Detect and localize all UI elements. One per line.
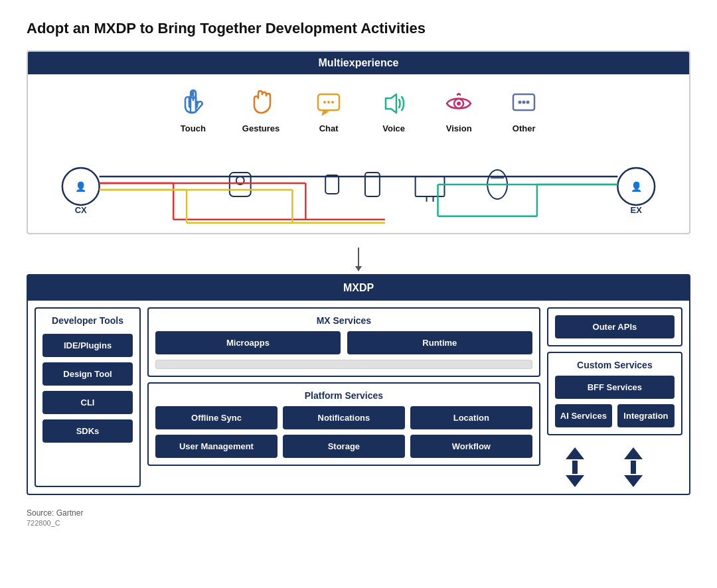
- cli-btn: CLI: [42, 391, 133, 414]
- arrow-down-right: [624, 475, 643, 487]
- multiexperience-icons-row: Touch Gestures Chat: [28, 74, 689, 140]
- svg-rect-22: [416, 177, 445, 196]
- arrow-shaft-right: [631, 461, 636, 474]
- touch-icon: [177, 88, 209, 119]
- dev-tools-section: Developer Tools IDE/Plugins Design Tool …: [35, 307, 141, 487]
- footer-source: Source: Gartner: [27, 508, 690, 518]
- gestures-label: Gestures: [242, 123, 279, 133]
- custom-bottom-grid: AI Services Integration: [555, 404, 675, 427]
- wiring-diagram: 👤 CX 👤 EX: [41, 140, 676, 233]
- custom-grid: BFF Services AI Services Integration: [555, 376, 675, 427]
- arrows-row: [547, 447, 682, 487]
- platform-grid: Offline Sync Notifications Location User…: [155, 406, 532, 458]
- user-management-btn: User Management: [155, 435, 278, 458]
- mxdp-section: MXDP Developer Tools IDE/Plugins Design …: [27, 274, 690, 495]
- sdks-btn: SDKs: [42, 419, 133, 443]
- icon-item-gestures: Gestures: [242, 88, 279, 133]
- svg-point-11: [526, 101, 530, 104]
- custom-services-label: Custom Services: [555, 360, 675, 370]
- svg-marker-5: [386, 94, 396, 113]
- svg-point-2: [323, 101, 326, 104]
- bff-services-btn: BFF Services: [555, 376, 675, 399]
- svg-point-7: [457, 102, 461, 106]
- footer: Source: Gartner 722800_C: [27, 508, 690, 527]
- other-icon: [508, 88, 540, 119]
- svg-text:👤: 👤: [75, 181, 87, 192]
- notifications-btn: Notifications: [283, 406, 405, 429]
- outer-apis-btn: Outer APIs: [555, 315, 675, 338]
- svg-text:👤: 👤: [631, 181, 643, 192]
- section-connector: [27, 248, 690, 267]
- multiexperience-section: Multiexperience Touch Gestu: [27, 50, 690, 234]
- page-title: Adopt an MXDP to Bring Together Developm…: [27, 20, 690, 37]
- integration-btn: Integration: [617, 404, 675, 427]
- double-arrow-left: [566, 447, 584, 487]
- right-section: MX Services Microapps Runtime Platform S…: [147, 307, 682, 487]
- footer-code: 722800_C: [27, 519, 690, 527]
- icon-item-chat: Chat: [313, 88, 345, 133]
- storage-btn: Storage: [283, 435, 405, 458]
- chat-label: Chat: [319, 123, 339, 133]
- gestures-icon: [245, 88, 277, 119]
- workflow-btn: Workflow: [410, 435, 532, 458]
- mx-services-section: MX Services Microapps Runtime: [147, 307, 540, 377]
- svg-point-4: [331, 101, 334, 104]
- icon-item-voice: Voice: [378, 88, 410, 133]
- outer-apis-section: Outer APIs: [547, 307, 682, 346]
- design-tool-btn: Design Tool: [42, 362, 133, 386]
- chat-icon: [313, 88, 345, 119]
- vision-label: Vision: [446, 123, 472, 133]
- outer-custom-section: Outer APIs Custom Services BFF Services …: [547, 307, 682, 487]
- arrow-down-left: [566, 475, 584, 487]
- custom-services-section: Custom Services BFF Services AI Services…: [547, 352, 682, 435]
- svg-text:EX: EX: [631, 205, 643, 215]
- ide-plugins-btn: IDE/Plugins: [42, 334, 133, 357]
- mxdp-body: Developer Tools IDE/Plugins Design Tool …: [28, 301, 689, 494]
- icon-item-vision: Vision: [443, 88, 475, 133]
- vision-icon: [443, 88, 475, 119]
- location-btn: Location: [410, 406, 532, 429]
- svg-point-10: [522, 101, 526, 104]
- svg-point-3: [327, 101, 330, 104]
- double-arrow-right: [624, 447, 643, 487]
- arrow-shaft-left: [572, 461, 578, 474]
- microapps-btn: Microapps: [155, 331, 341, 354]
- runtime-btn: Runtime: [347, 331, 532, 354]
- center-section: MX Services Microapps Runtime Platform S…: [147, 307, 540, 487]
- svg-point-9: [518, 101, 522, 104]
- offline-sync-btn: Offline Sync: [155, 406, 278, 429]
- other-label: Other: [513, 123, 536, 133]
- dev-tools-label: Developer Tools: [42, 315, 133, 326]
- arrow-up-left: [566, 447, 584, 459]
- multiexperience-header: Multiexperience: [28, 52, 689, 74]
- platform-services-section: Platform Services Offline Sync Notificat…: [147, 382, 540, 466]
- scrollbar-placeholder: [155, 360, 532, 369]
- icon-item-other: Other: [508, 88, 540, 133]
- voice-icon: [378, 88, 410, 119]
- platform-services-label: Platform Services: [155, 390, 532, 401]
- svg-rect-20: [325, 175, 339, 194]
- mx-buttons: Microapps Runtime: [155, 331, 532, 354]
- arrow-up-right: [624, 447, 643, 459]
- touch-label: Touch: [181, 123, 206, 133]
- ai-services-btn: AI Services: [555, 404, 612, 427]
- svg-text:CX: CX: [75, 205, 87, 215]
- voice-label: Voice: [382, 123, 405, 133]
- mxdp-header: MXDP: [28, 275, 689, 301]
- icon-item-touch: Touch: [177, 88, 209, 133]
- mx-services-label: MX Services: [155, 315, 532, 326]
